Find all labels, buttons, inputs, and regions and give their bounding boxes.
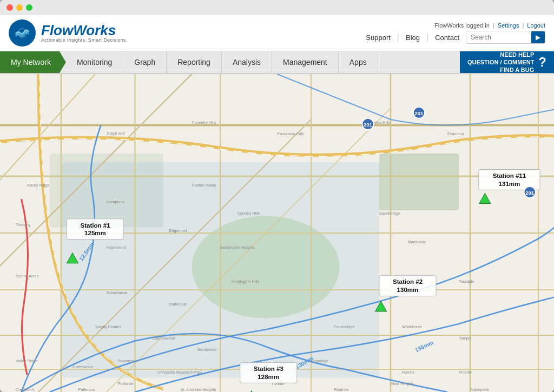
- svg-text:St. Andrews Heights: St. Andrews Heights: [181, 387, 216, 392]
- help-symbol: ?: [538, 55, 546, 70]
- svg-text:201: 201: [415, 110, 424, 116]
- svg-text:125mm: 125mm: [84, 230, 106, 236]
- nav-item-management[interactable]: Management: [272, 51, 339, 73]
- app-window: FlowWorks Actionable Insights. Smart Dec…: [0, 0, 554, 392]
- svg-text:Bowness: Bowness: [118, 358, 134, 363]
- svg-text:Falconridge: Falconridge: [334, 324, 354, 329]
- nav-item-mynetwork[interactable]: My Network: [0, 51, 66, 73]
- svg-text:Station #11: Station #11: [493, 172, 526, 179]
- nav-item-apps[interactable]: Apps: [339, 51, 378, 73]
- svg-text:Tuscany: Tuscany: [16, 222, 31, 227]
- nav-sep1: |: [397, 32, 399, 42]
- svg-text:131mm: 131mm: [499, 181, 520, 187]
- svg-text:Rocky Ridge: Rocky Ridge: [27, 183, 50, 188]
- nav-item-reporting[interactable]: Reporting: [167, 51, 222, 73]
- help-text: NEED HELP QUESTION / COMMENT FIND A BUG: [467, 51, 534, 74]
- svg-text:Whitehorse: Whitehorse: [402, 324, 422, 329]
- help-line1: NEED HELP: [467, 51, 534, 58]
- nav-right: NEED HELP QUESTION / COMMENT FIND A BUG …: [460, 51, 554, 73]
- svg-text:201: 201: [364, 122, 372, 128]
- svg-text:Panorama Hills: Panorama Hills: [277, 131, 304, 136]
- sep1: |: [493, 22, 494, 29]
- svg-text:128mm: 128mm: [258, 374, 279, 380]
- help-line3: FIND A BUG: [467, 66, 534, 74]
- svg-text:Beddington Heights: Beddington Heights: [220, 245, 255, 250]
- nav-item-monitoring[interactable]: Monitoring: [66, 51, 123, 73]
- svg-text:Sage Hill: Sage Hill: [107, 131, 125, 136]
- svg-text:Country Hills: Country Hills: [238, 211, 260, 216]
- svg-text:Valley Ridge: Valley Ridge: [16, 358, 38, 363]
- maximize-dot[interactable]: [26, 4, 32, 11]
- map-svg: Sage Hill Coventry Hills Panorama Hills …: [0, 74, 554, 392]
- support-link[interactable]: Support: [366, 34, 391, 42]
- logo-text: FlowWorks Actionable Insights. Smart Dec…: [41, 23, 128, 43]
- logo-name: FlowWorks: [41, 23, 128, 37]
- nav-sep2: |: [426, 32, 428, 42]
- svg-text:Parkdale: Parkdale: [118, 381, 134, 386]
- header-nav: Support | Blog | Contact ▶: [366, 31, 545, 44]
- svg-text:Hamptons: Hamptons: [107, 200, 125, 204]
- svg-text:Dalhousie: Dalhousie: [169, 302, 187, 307]
- svg-text:University Research Park: University Research Park: [158, 370, 203, 375]
- header-right: FlowWorks logged in | Settings | Logout …: [366, 22, 545, 44]
- svg-text:Brentwood: Brentwood: [197, 347, 216, 352]
- contact-link[interactable]: Contact: [435, 34, 459, 42]
- titlebar: [0, 0, 554, 15]
- svg-text:Hawkwood: Hawkwood: [107, 245, 126, 250]
- nav-item-analysis[interactable]: Analysis: [222, 51, 272, 73]
- svg-text:Station #2: Station #2: [393, 279, 423, 285]
- header-top-links: FlowWorks logged in | Settings | Logout: [434, 22, 545, 29]
- settings-link[interactable]: Settings: [498, 22, 519, 29]
- svg-text:Scenic Acres: Scenic Acres: [16, 274, 39, 278]
- svg-text:Martindale: Martindale: [408, 240, 426, 244]
- user-info: FlowWorks logged in: [434, 22, 490, 29]
- close-dot[interactable]: [6, 4, 13, 11]
- nav-bar: My Network Monitoring Graph Reporting An…: [0, 51, 554, 74]
- search-bar[interactable]: ▶: [466, 31, 545, 44]
- svg-text:Coventry Hills: Coventry Hills: [192, 120, 217, 125]
- svg-text:Taradale: Taradale: [459, 279, 474, 284]
- search-input[interactable]: [466, 31, 531, 43]
- svg-text:Rundle: Rundle: [402, 370, 414, 375]
- logo-icon: [9, 19, 36, 46]
- svg-text:Patterson: Patterson: [78, 387, 95, 392]
- svg-text:Abbeydale: Abbeydale: [470, 387, 489, 392]
- svg-text:Ranchlands: Ranchlands: [107, 290, 128, 295]
- svg-text:Station #1: Station #1: [80, 222, 110, 229]
- minimize-dot[interactable]: [16, 4, 23, 11]
- sep2: |: [522, 22, 524, 29]
- logo-area: FlowWorks Actionable Insights. Smart Dec…: [9, 19, 128, 46]
- search-button[interactable]: ▶: [531, 31, 545, 43]
- nav-item-graph[interactable]: Graph: [123, 51, 167, 73]
- svg-text:Evanston: Evanston: [447, 131, 464, 136]
- svg-text:Renfrew: Renfrew: [334, 387, 349, 392]
- logout-link[interactable]: Logout: [527, 22, 545, 29]
- svg-text:Huntington Hills: Huntington Hills: [232, 279, 260, 284]
- svg-text:201: 201: [525, 190, 534, 196]
- svg-text:Crestmont: Crestmont: [16, 387, 34, 392]
- svg-text:Vista Heights: Vista Heights: [391, 381, 414, 386]
- svg-text:Edgemont: Edgemont: [169, 228, 187, 233]
- svg-text:130mm: 130mm: [397, 287, 419, 293]
- svg-text:Station #3: Station #3: [254, 366, 283, 372]
- svg-text:Hidden Valley: Hidden Valley: [192, 183, 216, 188]
- blog-link[interactable]: Blog: [406, 34, 420, 42]
- svg-text:Greenwood: Greenwood: [72, 364, 93, 369]
- svg-text:Charleswood: Charleswood: [152, 336, 175, 341]
- svg-text:Pinehill: Pinehill: [459, 370, 472, 375]
- map-container[interactable]: Sage Hill Coventry Hills Panorama Hills …: [0, 74, 554, 392]
- svg-text:Saddleridge: Saddleridge: [379, 211, 400, 216]
- help-button[interactable]: NEED HELP QUESTION / COMMENT FIND A BUG …: [460, 51, 554, 73]
- svg-text:Varsity Estates: Varsity Estates: [95, 324, 122, 329]
- logo-tagline: Actionable Insights. Smart Decisions.: [41, 37, 128, 43]
- svg-text:Temple: Temple: [459, 336, 472, 341]
- header: FlowWorks Actionable Insights. Smart Dec…: [0, 15, 554, 51]
- help-line2: QUESTION / COMMENT: [467, 58, 534, 66]
